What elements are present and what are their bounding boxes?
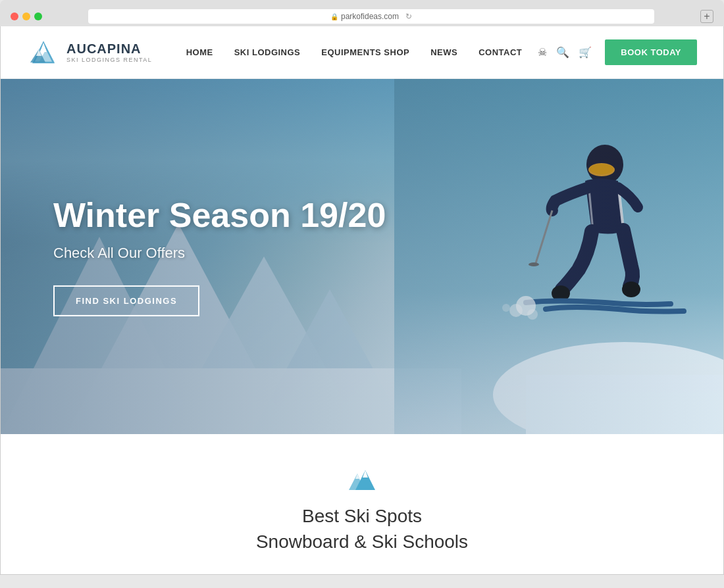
- header-icons: ☠ 🔍 🛒: [538, 46, 592, 59]
- close-button[interactable]: [11, 12, 18, 20]
- nav-item-ski-lodgings[interactable]: SKI LODGINGS: [234, 47, 301, 57]
- new-tab-button[interactable]: +: [700, 10, 713, 23]
- section-title-line2: Snowboard & Ski Schools: [256, 531, 468, 552]
- hero-subtitle: Check All Our Offers: [53, 245, 386, 262]
- nav-item-equipments-shop[interactable]: EQUIPMENTS SHOP: [321, 47, 409, 57]
- cart-icon[interactable]: 🛒: [579, 46, 592, 59]
- nav-item-news[interactable]: NEWS: [430, 47, 457, 57]
- maximize-button[interactable]: [34, 12, 42, 20]
- traffic-lights: [11, 12, 42, 20]
- url-text: parkofideas.com: [341, 12, 399, 21]
- section-mountain-icon: [346, 467, 378, 490]
- website-content: AUCAPINA SKI LODGINGS RENTAL HOME SKI LO…: [0, 26, 724, 575]
- browser-chrome: 🔒 parkofideas.com ↻ +: [0, 0, 724, 26]
- lock-icon: 🔒: [330, 13, 338, 20]
- address-bar[interactable]: 🔒 parkofideas.com ↻: [88, 9, 654, 24]
- find-ski-lodgings-button[interactable]: FIND SKI LODGINGS: [53, 285, 199, 316]
- nav-item-home[interactable]: HOME: [186, 47, 213, 57]
- user-icon[interactable]: ☠: [538, 46, 547, 59]
- svg-marker-26: [363, 470, 368, 478]
- logo-name: AUCAPINA: [66, 41, 152, 57]
- main-nav: HOME SKI LODGINGS EQUIPMENTS SHOP NEWS C…: [186, 47, 523, 57]
- hero-section: Winter Season 19/20 Check All Our Offers…: [1, 79, 723, 434]
- below-fold-section: Best Ski Spots Snowboard & Ski Schools: [1, 434, 723, 574]
- logo-tagline: SKI LODGINGS RENTAL: [66, 57, 152, 63]
- nav-item-contact[interactable]: CONTACT: [478, 47, 522, 57]
- section-title-line1: Best Ski Spots: [302, 506, 422, 526]
- site-header: AUCAPINA SKI LODGINGS RENTAL HOME SKI LO…: [1, 26, 723, 79]
- search-icon[interactable]: 🔍: [556, 46, 569, 59]
- logo-icon: [27, 36, 60, 69]
- logo-area[interactable]: AUCAPINA SKI LODGINGS RENTAL: [27, 36, 152, 69]
- section-title: Best Ski Spots Snowboard & Ski Schools: [27, 503, 697, 554]
- reload-icon[interactable]: ↻: [405, 12, 412, 21]
- hero-title: Winter Season 19/20: [53, 197, 386, 234]
- hero-content: Winter Season 19/20 Check All Our Offers…: [53, 197, 386, 316]
- book-today-button[interactable]: BOOK TODAY: [605, 39, 697, 65]
- svg-marker-27: [355, 474, 359, 479]
- logo-text-area: AUCAPINA SKI LODGINGS RENTAL: [66, 41, 152, 63]
- minimize-button[interactable]: [22, 12, 30, 20]
